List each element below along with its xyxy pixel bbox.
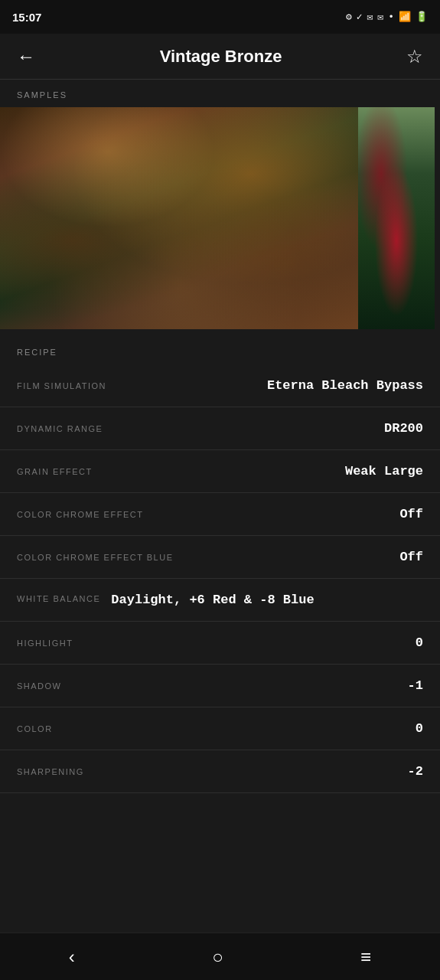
color-chrome-row: COLOR CHROME EFFECT Off — [0, 493, 440, 536]
color-chrome-label: COLOR CHROME EFFECT — [17, 510, 143, 519]
color-row: COLOR 0 — [0, 707, 440, 750]
nav-menu-button[interactable]: ≡ — [345, 939, 386, 975]
battery-icon: 🔋 — [416, 11, 428, 23]
highlight-row: HIGHLIGHT 0 — [0, 622, 440, 665]
sample-image-1 — [0, 107, 358, 329]
samples-label: SAMPLES — [0, 80, 440, 107]
dynamic-range-row: DYNAMIC RANGE DR200 — [0, 407, 440, 450]
status-icons: ⚙ ✓ ✉ ✉ • 📶 🔋 — [346, 11, 428, 23]
recipe-section: RECIPE FILM SIMULATION Eterna Bleach Byp… — [0, 337, 440, 933]
favorite-button[interactable]: ☆ — [403, 43, 426, 70]
grain-effect-row: GRAIN EFFECT Weak Large — [0, 450, 440, 493]
mail2-icon: ✉ — [377, 11, 383, 23]
flowers-image — [358, 107, 435, 329]
color-label: COLOR — [17, 724, 53, 733]
white-balance-label: WHITE BALANCE — [17, 593, 100, 603]
back-button[interactable]: ← — [14, 43, 38, 70]
film-simulation-row: FILM SIMULATION Eterna Bleach Bypass — [0, 364, 440, 407]
dot-icon: • — [388, 11, 394, 23]
white-balance-value: Daylight, +6 Red & -8 Blue — [111, 593, 314, 607]
shadow-value: -1 — [408, 678, 423, 693]
dynamic-range-value: DR200 — [384, 421, 423, 436]
samples-scroll[interactable] — [0, 107, 440, 337]
film-simulation-value: Eterna Bleach Bypass — [267, 378, 423, 393]
nav-home-button[interactable]: ○ — [197, 939, 239, 975]
status-time: 15:07 — [12, 11, 41, 24]
mail-icon: ✉ — [367, 11, 373, 23]
nav-back-button[interactable]: ‹ — [54, 939, 90, 975]
nav-home-icon: ○ — [212, 946, 223, 967]
check-icon: ✓ — [357, 11, 363, 23]
page-title: Vintage Bronze — [160, 47, 282, 67]
signal-icon: 📶 — [399, 11, 411, 23]
color-chrome-blue-row: COLOR CHROME EFFECT BLUE Off — [0, 536, 440, 579]
sharpening-label: SHARPENING — [17, 767, 84, 776]
film-simulation-label: FILM SIMULATION — [17, 381, 106, 390]
highlight-value: 0 — [416, 635, 423, 650]
color-chrome-value: Off — [399, 507, 423, 521]
white-balance-row: WHITE BALANCE Daylight, +6 Red & -8 Blue — [0, 579, 440, 622]
back-icon: ← — [17, 46, 35, 67]
status-bar: 15:07 ⚙ ✓ ✉ ✉ • 📶 🔋 — [0, 0, 440, 34]
color-chrome-blue-label: COLOR CHROME EFFECT BLUE — [17, 553, 174, 562]
sample-image-2 — [358, 107, 435, 329]
color-chrome-blue-value: Off — [399, 550, 423, 564]
top-nav: ← Vintage Bronze ☆ — [0, 34, 440, 80]
grain-effect-value: Weak Large — [345, 464, 423, 479]
shadow-label: SHADOW — [17, 681, 62, 691]
autumn-leaves-image — [0, 107, 358, 329]
settings-icon: ⚙ — [346, 11, 352, 23]
sharpening-row: SHARPENING -2 — [0, 750, 440, 793]
highlight-label: HIGHLIGHT — [17, 639, 73, 648]
recipe-label: RECIPE — [0, 337, 440, 364]
dynamic-range-label: DYNAMIC RANGE — [17, 424, 103, 433]
color-value: 0 — [416, 721, 423, 736]
nav-back-icon: ‹ — [69, 946, 75, 967]
grain-effect-label: GRAIN EFFECT — [17, 467, 93, 476]
bottom-nav: ‹ ○ ≡ — [0, 933, 440, 980]
star-icon: ☆ — [406, 46, 423, 67]
nav-menu-icon: ≡ — [360, 946, 371, 967]
shadow-row: SHADOW -1 — [0, 665, 440, 707]
sharpening-value: -2 — [408, 764, 423, 779]
